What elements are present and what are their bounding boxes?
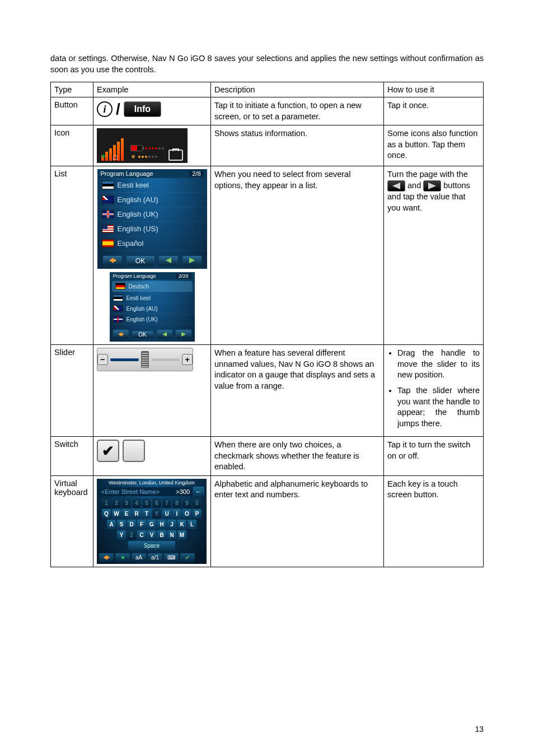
list-item[interactable]: Eesti keel (97, 178, 207, 193)
slider-control[interactable]: − + (97, 348, 193, 371)
key[interactable]: 5 (142, 498, 151, 508)
key[interactable]: T (142, 509, 151, 519)
key[interactable]: K (177, 520, 186, 529)
space-key[interactable]: Space (128, 541, 175, 550)
hdr-example: Example (93, 82, 211, 97)
example-cell: i / Info (93, 97, 211, 125)
example-cell: Program Language 2/8 Eesti keel English … (93, 166, 211, 345)
prev-page-button[interactable] (158, 255, 179, 267)
kb-row: A S D F G H J K L (99, 520, 204, 529)
key[interactable]: 9 (182, 498, 191, 508)
list-item[interactable]: Deutsch (112, 281, 193, 292)
next-page-button[interactable] (175, 329, 192, 339)
key[interactable]: B (157, 530, 166, 540)
svg-marker-7 (428, 183, 436, 189)
howto-cell: Some icons also function as a button. Ta… (384, 125, 484, 166)
satellite-icon: ✶ (100, 152, 107, 161)
slider-thumb[interactable] (141, 351, 149, 368)
list-item[interactable]: English (AU) (97, 193, 207, 207)
list-item[interactable]: Eesti keel (110, 293, 195, 304)
desc-cell: When there are only two choices, a check… (211, 437, 384, 476)
key[interactable]: Y (117, 530, 126, 540)
key[interactable]: 7 (162, 498, 171, 508)
hdr-description: Description (211, 82, 384, 97)
type-cell: Slider (51, 345, 93, 437)
key[interactable]: E (122, 509, 131, 519)
key[interactable]: V (147, 530, 156, 540)
info-button[interactable]: Info (124, 101, 161, 117)
example-cell: − + (93, 345, 211, 437)
type-cell: List (51, 166, 93, 345)
key[interactable]: O (182, 509, 191, 519)
minus-button[interactable]: − (97, 354, 108, 365)
desc-cell: When a feature has several different unn… (211, 345, 384, 437)
key[interactable]: D (127, 520, 136, 529)
key[interactable]: 4 (132, 498, 141, 508)
next-arrow-icon[interactable] (423, 180, 441, 192)
list-item[interactable]: English (US) (97, 222, 207, 236)
key[interactable]: H (157, 520, 166, 529)
plus-button[interactable]: + (182, 354, 193, 365)
key[interactable]: Q (102, 509, 111, 519)
key[interactable]: C (137, 530, 146, 540)
example-cell: Westminster, London, United Kingdom <Ent… (93, 475, 211, 567)
key[interactable]: 3 (122, 498, 131, 508)
key[interactable]: J (167, 520, 176, 529)
back-button[interactable] (102, 255, 123, 267)
prev-arrow-icon[interactable] (387, 180, 405, 192)
list-item[interactable]: English (AU) (110, 304, 195, 314)
vk-back-button[interactable] (99, 553, 114, 562)
vk-location: Westminster, London, United Kingdom (97, 479, 207, 487)
keyboard-icon[interactable]: ⌨ (164, 553, 179, 562)
key[interactable]: 8 (172, 498, 181, 508)
type-cell: Virtual keyboard (51, 475, 93, 567)
prev-page-button[interactable] (156, 329, 173, 339)
key[interactable]: U (162, 509, 171, 519)
ok-button[interactable]: OK (132, 330, 154, 339)
intro-text: data or settings. Otherwise, Nav N Go iG… (50, 53, 484, 75)
vk-input[interactable]: <Enter Street Name> >300 (99, 487, 192, 496)
next-page-button[interactable] (182, 255, 202, 267)
separator-slash: / (116, 100, 120, 118)
key[interactable]: P (193, 509, 202, 519)
ok-button[interactable]: OK (126, 255, 155, 267)
key[interactable]: L (188, 520, 196, 529)
switch-on[interactable]: ✔ (97, 440, 119, 462)
backspace-button[interactable]: ← (193, 487, 204, 497)
row-switch: Switch ✔ When there are only two choices… (51, 437, 484, 476)
back-button[interactable] (113, 329, 129, 339)
status-icons-example: ✶ ⌂ ✶ (97, 128, 188, 163)
list-title: Program Language (101, 170, 153, 177)
svg-marker-6 (392, 183, 400, 189)
key[interactable]: R (132, 509, 141, 519)
key[interactable]: W (112, 509, 121, 519)
list-item[interactable]: Español (97, 236, 207, 251)
key[interactable]: N (167, 530, 176, 540)
key[interactable]: 2 (112, 498, 121, 508)
key[interactable]: Z (127, 530, 136, 540)
kb-row: Y Z C V B N M (99, 530, 204, 540)
kb-row: 1 2 3 4 5 6 7 8 9 0 (99, 498, 204, 508)
vk-status-dot (115, 553, 130, 562)
key[interactable]: M (177, 530, 186, 540)
key[interactable]: I (172, 509, 181, 519)
key[interactable]: 1 (102, 498, 111, 508)
type-cell: Icon (51, 125, 93, 166)
switch-off[interactable] (123, 440, 145, 462)
vk-done-button[interactable]: ✔ (180, 553, 195, 562)
key[interactable]: 0 (193, 498, 202, 508)
key[interactable]: F (137, 520, 146, 529)
key[interactable]: G (147, 520, 156, 529)
list-item[interactable]: English (UK) (110, 314, 195, 325)
key[interactable]: S (117, 520, 126, 529)
list-item[interactable]: English (UK) (97, 207, 207, 222)
vk-shift-button[interactable]: aA (132, 553, 146, 562)
svg-marker-0 (109, 258, 116, 263)
key[interactable]: 6 (152, 498, 161, 508)
key[interactable]: Y (152, 509, 161, 519)
vk-mode-button[interactable]: a/1 (148, 553, 162, 562)
key[interactable]: A (107, 520, 116, 529)
info-icon[interactable]: i (97, 101, 113, 117)
svg-marker-1 (166, 258, 171, 263)
battery-icon (130, 145, 143, 151)
